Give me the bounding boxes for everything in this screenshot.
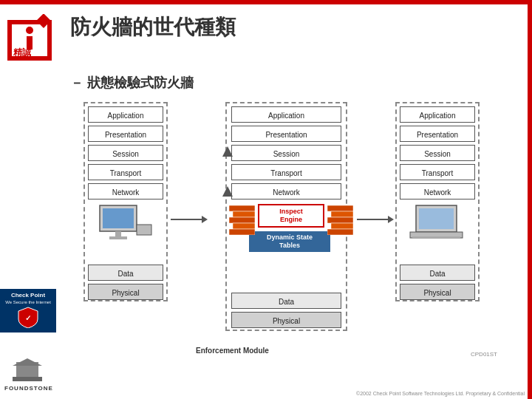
svg-rect-16 (327, 205, 353, 211)
svg-rect-13 (229, 217, 255, 223)
center-network: Network (231, 183, 341, 200)
company-logo: 精誠 (6, 14, 54, 62)
enforcement-module-label: Enforcement Module (196, 347, 269, 355)
svg-marker-29 (222, 186, 233, 197)
svg-rect-11 (229, 205, 255, 211)
right-session: Session (400, 145, 475, 161)
svg-text:精誠: 精誠 (13, 47, 32, 58)
right-presentation: Presentation (400, 126, 475, 142)
svg-rect-17 (331, 211, 353, 217)
inspect-engine-box: InspectEngine (258, 204, 324, 228)
left-session: Session (88, 145, 163, 161)
center-physical: Physical (231, 312, 341, 328)
logo-area: 精誠 (0, 4, 59, 71)
svg-marker-30 (222, 146, 233, 157)
right-computer-icon (409, 204, 468, 245)
left-network: Network (88, 183, 163, 200)
firewall-brick-left (229, 205, 255, 235)
svg-marker-28 (388, 216, 394, 223)
diagram-area: Application Presentation Session Transpo… (78, 102, 499, 361)
right-bar (528, 0, 532, 399)
svg-rect-9 (109, 236, 127, 239)
right-transport: Transport (400, 164, 475, 180)
svg-rect-22 (419, 208, 454, 229)
center-application: Application (231, 106, 341, 123)
svg-rect-20 (327, 229, 353, 235)
svg-marker-26 (202, 216, 208, 223)
svg-rect-33 (13, 377, 42, 381)
right-application: Application (400, 106, 475, 123)
page-title: 防火牆的世代種類 (70, 13, 236, 41)
foundstone-icon (9, 355, 46, 384)
left-data: Data (88, 265, 163, 281)
center-presentation: Presentation (231, 126, 341, 142)
arrow-left-to-center (171, 214, 208, 225)
svg-text:✓: ✓ (25, 314, 31, 322)
checkpoint-tagline: We Secure the Internet (3, 300, 53, 304)
dst-box: Dynamic StateTables (249, 231, 330, 252)
firewall-brick-right (327, 205, 353, 235)
right-data: Data (400, 265, 475, 281)
svg-rect-7 (103, 208, 134, 228)
arrow-check-2 (222, 146, 233, 157)
arrow-center-to-right (357, 214, 394, 225)
cpd-label: CPD01ST (471, 351, 497, 358)
right-network: Network (400, 183, 475, 200)
left-physical: Physical (88, 284, 163, 300)
svg-rect-19 (331, 223, 353, 229)
svg-rect-10 (137, 225, 151, 235)
center-data: Data (231, 293, 341, 309)
copyright-text: ©2002 Check Point Software Technologies … (356, 391, 525, 396)
top-bar (0, 0, 532, 4)
svg-rect-12 (233, 211, 255, 217)
left-presentation: Presentation (88, 126, 163, 142)
checkpoint-name: Check Point (3, 292, 53, 299)
left-transport: Transport (88, 164, 163, 180)
center-transport: Transport (231, 164, 341, 180)
checkpoint-badge: Check Point We Secure the Internet ✓ (0, 289, 56, 332)
left-computer-icon (96, 204, 155, 245)
subtitle: 狀態檢驗式防火牆 (70, 74, 194, 92)
svg-rect-8 (115, 231, 121, 237)
svg-rect-14 (233, 223, 255, 229)
svg-rect-18 (327, 217, 353, 223)
svg-rect-24 (412, 236, 460, 239)
svg-rect-15 (229, 229, 255, 235)
svg-point-3 (26, 27, 33, 34)
foundstone-label: FOUNDSTONE (4, 385, 53, 392)
left-application: Application (88, 106, 163, 123)
arrow-check-1 (222, 186, 233, 197)
center-session: Session (231, 145, 341, 161)
checkpoint-shield-icon: ✓ (17, 306, 39, 328)
right-physical: Physical (400, 284, 475, 300)
